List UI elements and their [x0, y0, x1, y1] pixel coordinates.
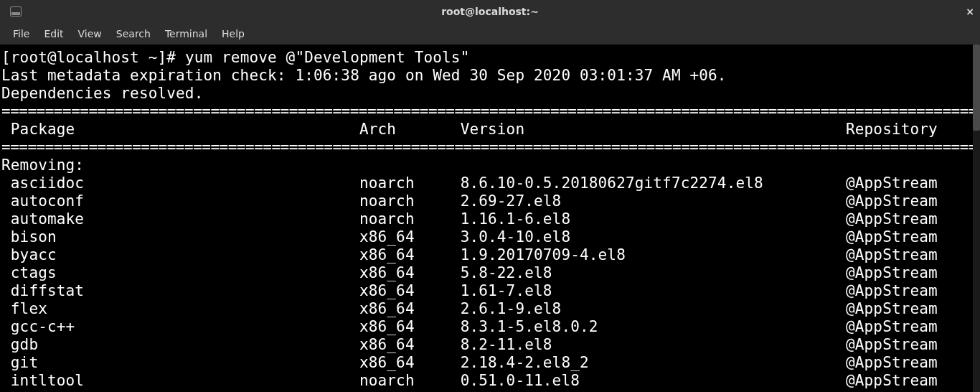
command: yum remove @"Development Tools" — [185, 49, 470, 66]
menubar: File Edit View Search Terminal Help — [0, 23, 980, 45]
close-button[interactable]: × — [966, 6, 974, 17]
menu-view[interactable]: View — [71, 25, 109, 42]
window-title: root@localhost:~ — [441, 6, 539, 17]
menu-search[interactable]: Search — [109, 25, 158, 42]
deps-line: Dependencies resolved. — [1, 85, 203, 102]
menu-terminal[interactable]: Terminal — [158, 25, 215, 42]
divider-mid: ========================================… — [1, 139, 980, 156]
table-header: Package Arch Version Repository Size — [1, 121, 980, 138]
titlebar: root@localhost:~ × — [0, 0, 980, 23]
menu-edit[interactable]: Edit — [37, 25, 70, 42]
meta-line: Last metadata expiration check: 1:06:38 … — [1, 67, 727, 84]
terminal-icon — [10, 6, 22, 17]
removing-label: Removing: — [1, 157, 84, 174]
menu-help[interactable]: Help — [215, 25, 252, 42]
terminal-output[interactable]: [root@localhost ~]# yum remove @"Develop… — [0, 45, 980, 392]
divider-top: ========================================… — [1, 103, 980, 120]
scrollbar-track[interactable] — [973, 45, 980, 392]
scrollbar-thumb[interactable] — [973, 45, 980, 131]
package-list: asciidoc noarch 8.6.10-0.5.20180627gitf7… — [1, 174, 980, 389]
menu-file[interactable]: File — [6, 25, 37, 42]
prompt: [root@localhost ~]# — [1, 49, 185, 66]
